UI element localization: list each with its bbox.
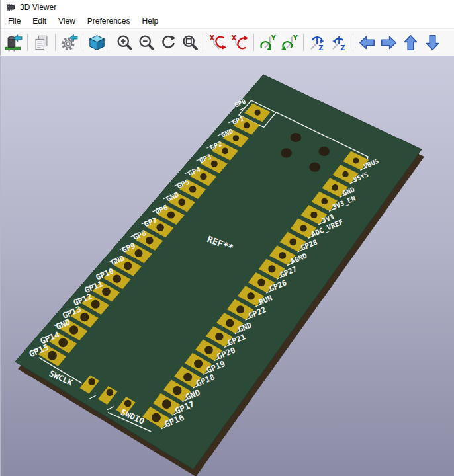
menu-edit[interactable]: Edit bbox=[26, 15, 52, 27]
copy-image-icon bbox=[32, 34, 50, 52]
3d-viewer-window: 3D Viewer File Edit View Preferences Hel… bbox=[0, 0, 454, 476]
arrow-up-icon bbox=[402, 34, 420, 52]
pad-hole bbox=[162, 399, 171, 409]
pcb-3d-view[interactable]: GP0VBUSGP1VSYSGNDGNDGP23V3_ENGP33V3GP4AD… bbox=[1, 56, 454, 476]
pad-hole bbox=[69, 325, 78, 334]
pad-hole bbox=[255, 110, 261, 116]
rotate-x-cw-button[interactable]: X bbox=[207, 32, 229, 54]
menu-view[interactable]: View bbox=[52, 15, 81, 27]
mounting-hole bbox=[309, 163, 320, 172]
rotate-z-cw-button[interactable]: Z bbox=[306, 32, 328, 54]
pad-hole bbox=[167, 211, 175, 218]
3d-viewport[interactable]: GP0VBUSGP1VSYSGNDGNDGP23V3_ENGP33V3GP4AD… bbox=[1, 56, 454, 476]
pad-hole bbox=[244, 122, 250, 128]
window-title: 3D Viewer bbox=[20, 3, 56, 12]
zoom-out-button[interactable] bbox=[136, 32, 158, 54]
pad-hole bbox=[156, 224, 163, 231]
toolbar-separator bbox=[253, 34, 254, 51]
pad-hole bbox=[233, 135, 240, 141]
pad-hole bbox=[194, 360, 203, 368]
svg-text:Z: Z bbox=[318, 44, 323, 52]
rotate-y-cw-button[interactable]: Y bbox=[257, 32, 279, 54]
reload-board-icon bbox=[5, 34, 23, 52]
arrow-right-icon bbox=[380, 34, 398, 52]
pad-hole bbox=[91, 300, 100, 309]
arrow-left-icon bbox=[358, 34, 376, 52]
toolbar-separator bbox=[27, 34, 28, 51]
rotate-z-cw-icon: Z bbox=[308, 34, 326, 52]
pad-hole bbox=[146, 237, 154, 245]
zoom-in-button[interactable] bbox=[114, 32, 136, 54]
redraw-icon bbox=[159, 34, 177, 52]
pad-hole bbox=[332, 184, 338, 191]
zoom-out-icon bbox=[138, 34, 156, 52]
zoom-fit-button[interactable] bbox=[179, 32, 201, 54]
svg-text:X: X bbox=[210, 34, 215, 42]
pad-hole bbox=[321, 198, 328, 205]
rotate-y-ccw-button[interactable]: Y bbox=[279, 32, 300, 54]
mounting-hole bbox=[318, 147, 330, 156]
pad-hole bbox=[257, 279, 265, 286]
zoom-in-icon bbox=[116, 34, 134, 52]
pan-up-button[interactable] bbox=[400, 32, 422, 54]
svg-text:Y: Y bbox=[271, 34, 277, 42]
pad-hole bbox=[102, 288, 111, 296]
pad-hole bbox=[124, 400, 132, 407]
mounting-hole bbox=[291, 133, 302, 142]
reload-board-button[interactable] bbox=[3, 32, 24, 54]
mounting-hole bbox=[281, 148, 292, 157]
pad-hole bbox=[222, 147, 228, 154]
pad-hole bbox=[113, 275, 121, 283]
pad-hole bbox=[204, 346, 213, 354]
svg-text:Y: Y bbox=[293, 34, 298, 42]
svg-text:X: X bbox=[232, 34, 237, 42]
rotate-x-ccw-icon: X bbox=[231, 34, 249, 52]
rotate-z-ccw-icon: Z bbox=[330, 34, 348, 52]
pan-right-button[interactable] bbox=[378, 32, 400, 54]
board-top bbox=[15, 75, 422, 469]
rotate-y-cw-icon: Y bbox=[259, 34, 277, 52]
zoom-fit-icon bbox=[181, 34, 199, 52]
pad-hole bbox=[226, 319, 234, 327]
settings-button[interactable] bbox=[58, 32, 80, 54]
pad-hole bbox=[135, 249, 143, 257]
pad-hole bbox=[200, 173, 206, 180]
copy-image-button[interactable] bbox=[30, 32, 52, 54]
pad-hole bbox=[80, 313, 89, 321]
pad-hole bbox=[353, 157, 359, 163]
pad-hole bbox=[88, 378, 95, 385]
render-engine-button[interactable] bbox=[86, 32, 108, 54]
svg-text:Z: Z bbox=[340, 44, 345, 52]
pad-hole bbox=[247, 292, 255, 300]
chip-icon bbox=[5, 2, 16, 13]
pad-hole bbox=[310, 212, 317, 218]
arrow-down-icon bbox=[424, 34, 441, 52]
rotate-y-ccw-icon: Y bbox=[281, 34, 298, 52]
rotate-x-cw-icon: X bbox=[209, 34, 227, 52]
pad-hole bbox=[215, 333, 223, 340]
menu-preferences[interactable]: Preferences bbox=[81, 15, 136, 27]
toolbar-separator bbox=[111, 34, 111, 51]
pad-hole bbox=[342, 171, 348, 177]
toolbar-separator bbox=[204, 34, 204, 51]
toolbar-separator bbox=[55, 34, 56, 51]
menu-help[interactable]: Help bbox=[136, 15, 165, 27]
pad-hole bbox=[124, 262, 132, 270]
pad-hole bbox=[48, 351, 57, 360]
rotate-z-ccw-button[interactable]: Z bbox=[328, 32, 350, 54]
pan-down-button[interactable] bbox=[422, 32, 443, 54]
rotate-x-ccw-button[interactable]: X bbox=[229, 32, 251, 54]
pad-hole bbox=[107, 389, 114, 396]
pad-hole bbox=[58, 338, 68, 347]
pan-left-button[interactable] bbox=[356, 32, 378, 54]
pad-hole bbox=[279, 252, 286, 259]
pad-hole bbox=[189, 186, 197, 193]
pad-hole bbox=[152, 413, 161, 422]
redraw-button[interactable] bbox=[158, 32, 179, 54]
pad-hole bbox=[178, 198, 185, 206]
pad-hole bbox=[289, 239, 296, 246]
pad-hole bbox=[183, 373, 192, 381]
menu-file[interactable]: File bbox=[2, 15, 26, 27]
pad-hole bbox=[173, 386, 181, 395]
cube-icon bbox=[88, 34, 106, 52]
